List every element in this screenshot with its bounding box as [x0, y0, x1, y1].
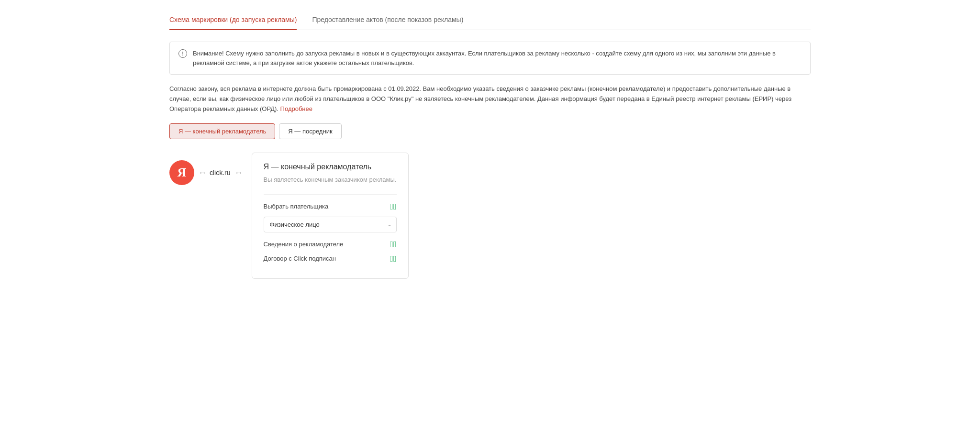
description-link[interactable]: Подробнее	[280, 105, 312, 112]
description-body: Согласно закону, вся реклама в интернете…	[169, 85, 791, 112]
info-card: Я — конечный рекламодатель Вы являетесь …	[252, 153, 409, 279]
alert-box: ! Внимание! Схему нужно заполнить до зап…	[169, 42, 811, 75]
alert-text: Внимание! Схему нужно заполнить до запус…	[193, 49, 802, 67]
tab-marking-scheme[interactable]: Схема маркировки (до запуска рекламы)	[169, 10, 297, 30]
tab-acts-provision[interactable]: Предоставление актов (после показов рекл…	[312, 10, 463, 30]
left-arrow-icon: ↔	[198, 168, 206, 178]
role-btn-advertiser[interactable]: Я — конечный рекламодатель	[169, 123, 275, 139]
contract-check-icon: ✓⃝	[390, 254, 396, 263]
contract-row: Договор с Click подписан ✓⃝	[264, 254, 397, 263]
advertiser-info-row: Сведения о рекламодателе ✓⃝	[264, 240, 397, 249]
payer-row-header: Выбрать плательщика ✓⃝	[264, 202, 397, 211]
advertiser-info-label: Сведения о рекламодателе	[264, 241, 344, 248]
flow-icons: Я ↔ click.ru ↔	[169, 160, 242, 185]
tabs-bar: Схема маркировки (до запуска рекламы) Пр…	[169, 10, 811, 30]
payer-select[interactable]: Физическое лицо Юридическое лицо ИП	[264, 217, 397, 232]
click-ru-label: click.ru	[210, 169, 231, 176]
payer-label: Выбрать плательщика	[264, 203, 329, 210]
info-card-subtitle: Вы являетесь конечным заказчиком рекламы…	[264, 175, 397, 185]
page-container: Схема маркировки (до запуска рекламы) Пр…	[155, 0, 825, 288]
alert-icon: !	[178, 49, 187, 58]
yandex-logo: Я	[169, 160, 194, 185]
role-buttons-group: Я — конечный рекламодатель Я — посредник	[169, 123, 811, 139]
info-card-divider	[264, 194, 397, 195]
info-card-title: Я — конечный рекламодатель	[264, 163, 397, 171]
payer-select-wrapper: Физическое лицо Юридическое лицо ИП ⌄	[264, 217, 397, 232]
flow-area: Я ↔ click.ru ↔ Я — конечный рекламодател…	[169, 153, 811, 279]
description-text: Согласно закону, вся реклама в интернете…	[169, 84, 811, 114]
role-btn-intermediary[interactable]: Я — посредник	[279, 123, 341, 139]
payer-row: Выбрать плательщика ✓⃝ Физическое лицо Ю…	[264, 202, 397, 232]
right-arrow-icon: ↔	[234, 168, 242, 178]
contract-label: Договор с Click подписан	[264, 255, 336, 262]
advertiser-info-check-icon: ✓⃝	[390, 240, 396, 249]
payer-check-icon: ✓⃝	[390, 202, 396, 211]
